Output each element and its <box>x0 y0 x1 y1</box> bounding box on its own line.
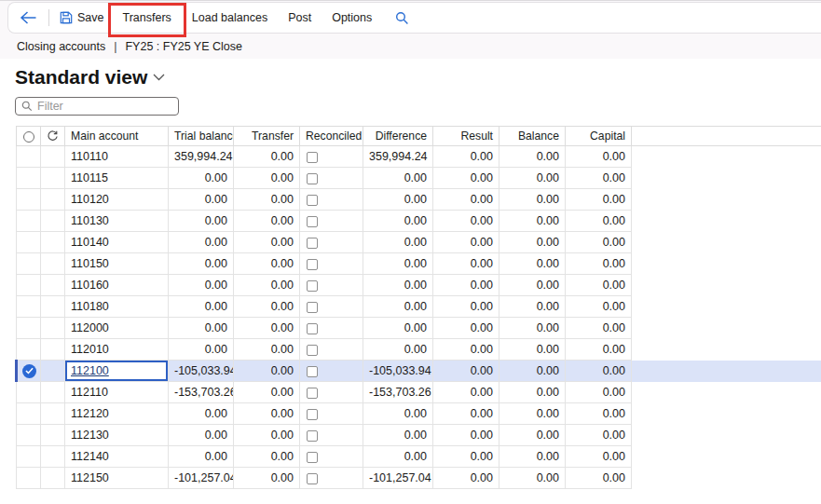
cell-balance[interactable]: 0.00 <box>499 146 566 168</box>
cell-capital[interactable]: 0.00 <box>566 318 632 339</box>
cell-capital[interactable]: 0.00 <box>566 296 632 318</box>
cell-trial[interactable]: 0.00 <box>169 339 234 361</box>
reconciled-checkbox[interactable] <box>307 345 318 356</box>
cell-difference[interactable]: 359,994.24 <box>363 146 433 168</box>
cell-account[interactable]: 112010 <box>65 339 169 361</box>
cell-trial[interactable]: 0.00 <box>169 189 234 211</box>
cell-balance[interactable]: 0.00 <box>499 339 566 361</box>
menu-item-transfers[interactable]: Transfers <box>113 3 182 33</box>
cell-select[interactable] <box>17 339 41 361</box>
cell-balance[interactable]: 0.00 <box>499 275 566 296</box>
cell-balance[interactable]: 0.00 <box>499 403 566 425</box>
cell-balance[interactable]: 0.00 <box>499 318 566 339</box>
cell-trial[interactable]: 0.00 <box>169 211 234 232</box>
cell-balance[interactable]: 0.00 <box>499 468 566 489</box>
cell-result[interactable]: 0.00 <box>433 382 499 403</box>
cell-transfer[interactable]: 0.00 <box>234 253 300 275</box>
cell-transfer[interactable]: 0.00 <box>234 146 300 168</box>
cell-difference[interactable]: -101,257.04 <box>363 468 433 489</box>
cell-transfer[interactable]: 0.00 <box>234 296 300 318</box>
cell-trial[interactable]: 359,994.24 <box>169 146 234 168</box>
cell-select[interactable] <box>17 275 41 296</box>
cell-transfer[interactable]: 0.00 <box>234 211 300 232</box>
cell-select[interactable] <box>17 318 41 339</box>
table-row[interactable]: 1121300.000.000.000.000.000.00 <box>17 425 821 446</box>
reconciled-checkbox[interactable] <box>307 323 318 334</box>
cell-select[interactable] <box>17 146 41 168</box>
cell-result[interactable]: 0.00 <box>433 232 499 253</box>
col-header-difference[interactable]: Difference <box>363 127 433 146</box>
cell-select[interactable] <box>17 361 41 382</box>
cell-balance[interactable]: 0.00 <box>499 253 566 275</box>
cell-account[interactable]: 110115 <box>65 168 169 189</box>
table-row[interactable]: 1101400.000.000.000.000.000.00 <box>17 232 821 253</box>
cell-transfer[interactable]: 0.00 <box>234 318 300 339</box>
cell-capital[interactable]: 0.00 <box>566 275 632 296</box>
cell-balance[interactable]: 0.00 <box>499 189 566 211</box>
menu-item-post[interactable]: Post <box>278 3 322 33</box>
cell-trial[interactable]: 0.00 <box>169 425 234 446</box>
cell-balance[interactable]: 0.00 <box>499 168 566 189</box>
cell-account[interactable]: 112000 <box>65 318 169 339</box>
menu-item-options[interactable]: Options <box>322 3 382 33</box>
account-link[interactable]: 112100 <box>71 364 109 377</box>
view-selector[interactable]: Standard view <box>15 66 165 89</box>
cell-select[interactable] <box>17 211 41 232</box>
reconciled-checkbox[interactable] <box>307 366 318 377</box>
reconciled-checkbox[interactable] <box>307 302 318 313</box>
cell-difference[interactable]: -105,033.94 <box>363 361 433 382</box>
cell-difference[interactable]: 0.00 <box>363 403 433 425</box>
cell-capital[interactable]: 0.00 <box>566 189 632 211</box>
cell-result[interactable]: 0.00 <box>433 189 499 211</box>
table-row[interactable]: 1120000.000.000.000.000.000.00 <box>17 318 821 339</box>
cell-reconciled[interactable] <box>300 232 363 253</box>
cell-capital[interactable]: 0.00 <box>566 382 632 403</box>
col-header-reconciled[interactable]: Reconciled <box>300 127 363 146</box>
cell-balance[interactable]: 0.00 <box>499 446 566 468</box>
reconciled-checkbox[interactable] <box>307 216 318 227</box>
cell-account[interactable]: 112140 <box>65 446 169 468</box>
cell-reconciled[interactable] <box>300 361 363 382</box>
cell-transfer[interactable]: 0.00 <box>234 425 300 446</box>
reconciled-checkbox[interactable] <box>307 280 318 292</box>
cell-account[interactable]: 112150 <box>65 468 169 489</box>
table-row[interactable]: 1121200.000.000.000.000.000.00 <box>17 403 821 425</box>
cell-difference[interactable]: 0.00 <box>363 296 433 318</box>
cell-balance[interactable]: 0.00 <box>499 361 566 382</box>
cell-trial[interactable]: 0.00 <box>169 232 234 253</box>
cell-difference[interactable]: 0.00 <box>363 275 433 296</box>
cell-capital[interactable]: 0.00 <box>566 168 632 189</box>
cell-balance[interactable]: 0.00 <box>499 425 566 446</box>
cell-capital[interactable]: 0.00 <box>566 339 632 361</box>
cell-result[interactable]: 0.00 <box>433 211 499 232</box>
reconciled-checkbox[interactable] <box>307 173 318 184</box>
cell-account[interactable]: 110140 <box>65 232 169 253</box>
cell-result[interactable]: 0.00 <box>433 468 499 489</box>
cell-select[interactable] <box>17 425 41 446</box>
cell-transfer[interactable]: 0.00 <box>234 403 300 425</box>
table-row[interactable]: 112150-101,257.040.00-101,257.040.000.00… <box>17 468 821 489</box>
cell-select[interactable] <box>17 296 41 318</box>
cell-capital[interactable]: 0.00 <box>566 253 632 275</box>
cell-result[interactable]: 0.00 <box>433 296 499 318</box>
cell-account[interactable]: 110180 <box>65 296 169 318</box>
col-header-balance[interactable]: Balance <box>499 127 566 146</box>
cell-balance[interactable]: 0.00 <box>499 211 566 232</box>
cell-difference[interactable]: 0.00 <box>363 211 433 232</box>
cell-reconciled[interactable] <box>300 382 363 403</box>
cell-account[interactable]: 112130 <box>65 425 169 446</box>
cell-reconciled[interactable] <box>300 253 363 275</box>
cell-capital[interactable]: 0.00 <box>566 403 632 425</box>
cell-capital[interactable]: 0.00 <box>566 146 632 168</box>
cell-select[interactable] <box>17 382 41 403</box>
cell-select[interactable] <box>17 253 41 275</box>
reconciled-checkbox[interactable] <box>307 430 318 442</box>
cell-reconciled[interactable] <box>300 211 363 232</box>
back-button[interactable] <box>8 3 47 33</box>
cell-reconciled[interactable] <box>300 446 363 468</box>
col-header-trial[interactable]: Trial balance <box>169 127 234 146</box>
cell-result[interactable]: 0.00 <box>433 275 499 296</box>
cell-account[interactable]: 110160 <box>65 275 169 296</box>
cell-result[interactable]: 0.00 <box>433 339 499 361</box>
cell-transfer[interactable]: 0.00 <box>234 382 300 403</box>
